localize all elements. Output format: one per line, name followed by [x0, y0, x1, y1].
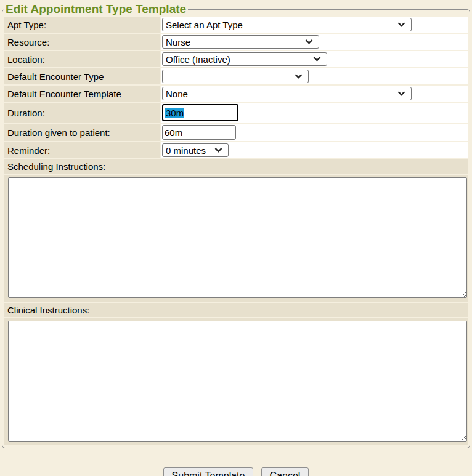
duration-given-label: Duration given to patient: [4, 124, 160, 141]
apt-type-select[interactable]: Select an Apt Type [162, 18, 412, 31]
location-row: Location: Office (Inactive) [4, 51, 468, 67]
default-encounter-type-select[interactable] [162, 70, 309, 83]
chevron-down-icon [214, 148, 222, 153]
reminder-field-cell: 0 minutes [161, 142, 468, 158]
scheduling-instructions-cell [4, 175, 468, 302]
duration-row: Duration: 30m [4, 103, 468, 123]
location-label: Location: [4, 51, 160, 67]
default-encounter-template-field-cell: None [161, 86, 468, 102]
location-select[interactable]: Office (Inactive) [162, 52, 327, 66]
clinical-instructions-label: Clinical Instructions: [4, 303, 468, 317]
reminder-row: Reminder: 0 minutes [4, 142, 468, 158]
reminder-label: Reminder: [4, 142, 160, 158]
button-bar: Submit Template Cancel [0, 467, 472, 476]
scheduling-instructions-label-row: Scheduling Instructions: [4, 159, 468, 174]
apt-type-selected-value: Select an Apt Type [166, 20, 243, 30]
duration-selected-text: 30m [165, 108, 184, 118]
resource-row: Resource: Nurse [4, 34, 468, 50]
resource-select[interactable]: Nurse [162, 35, 319, 49]
apt-type-field-cell: Select an Apt Type [161, 17, 468, 33]
default-encounter-template-label: Default Encounter Template [4, 86, 160, 102]
submit-template-button[interactable]: Submit Template [163, 467, 254, 476]
apt-type-row: Apt Type: Select an Apt Type [4, 17, 468, 33]
scheduling-instructions-row [4, 175, 468, 302]
form-table: Apt Type: Select an Apt Type Resource: N… [3, 15, 469, 446]
duration-given-row: Duration given to patient: 60m [4, 124, 468, 141]
default-encounter-type-row: Default Encounter Type [4, 68, 468, 84]
location-field-cell: Office (Inactive) [161, 51, 468, 67]
default-encounter-type-field-cell [161, 68, 468, 84]
resource-field-cell: Nurse [161, 34, 468, 50]
apt-type-label: Apt Type: [4, 17, 160, 33]
cancel-button[interactable]: Cancel [261, 467, 309, 476]
clinical-instructions-cell [4, 318, 468, 445]
duration-given-input[interactable]: 60m [162, 125, 236, 140]
clinical-instructions-label-row: Clinical Instructions: [4, 303, 468, 317]
clinical-instructions-row [4, 318, 468, 445]
default-encounter-type-label: Default Encounter Type [4, 68, 160, 84]
chevron-down-icon [397, 22, 405, 27]
duration-label: Duration: [4, 103, 160, 123]
duration-given-field-cell: 60m [161, 124, 468, 141]
default-encounter-template-selected-value: None [166, 89, 188, 99]
reminder-selected-value: 0 minutes [166, 145, 206, 156]
chevron-down-icon [313, 57, 321, 62]
chevron-down-icon [397, 91, 405, 96]
chevron-down-icon [295, 74, 303, 79]
edit-appointment-type-template-form: Edit Appointment Type Template Apt Type:… [2, 3, 470, 448]
duration-given-value: 60m [165, 127, 182, 138]
chevron-down-icon [305, 39, 313, 44]
location-selected-value: Office (Inactive) [166, 54, 230, 65]
reminder-select[interactable]: 0 minutes [162, 143, 229, 157]
scheduling-instructions-label: Scheduling Instructions: [4, 159, 468, 174]
default-encounter-template-select[interactable]: None [162, 87, 412, 100]
resource-selected-value: Nurse [166, 37, 190, 47]
default-encounter-template-row: Default Encounter Template None [4, 86, 468, 102]
duration-input[interactable]: 30m [162, 104, 238, 121]
clinical-instructions-textarea[interactable] [8, 321, 467, 442]
form-title: Edit Appointment Type Template [4, 3, 188, 15]
duration-field-cell: 30m [161, 103, 468, 123]
resource-label: Resource: [4, 34, 160, 50]
scheduling-instructions-textarea[interactable] [8, 177, 467, 298]
